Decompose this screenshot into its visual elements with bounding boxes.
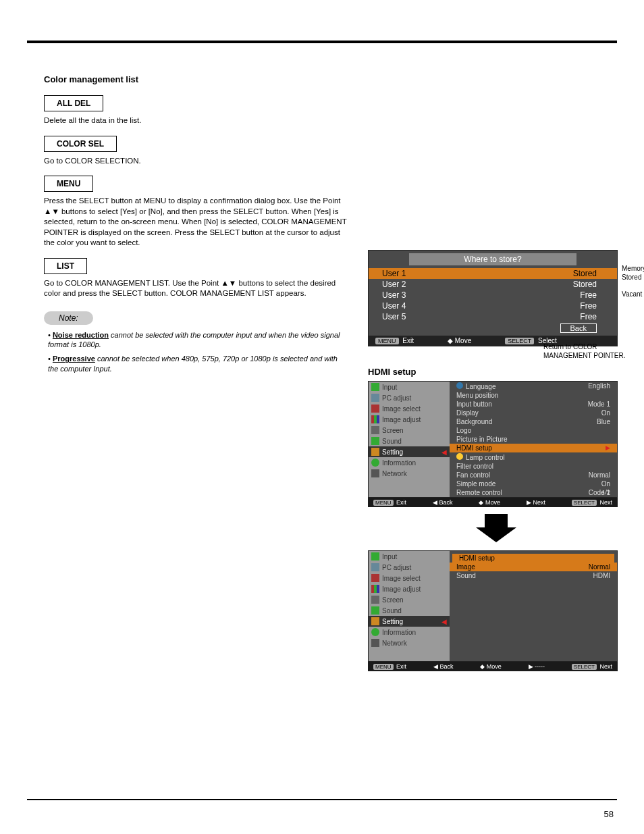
back-button[interactable]: Back bbox=[560, 323, 597, 333]
setting-sidebar-1: InputPC adjustImage selectImage adjustSc… bbox=[369, 382, 450, 497]
hdmi-value: HDMI bbox=[593, 572, 610, 579]
sidebar-item-image-adjust[interactable]: Image adjust bbox=[369, 414, 450, 425]
sidebar-item-information[interactable]: Information bbox=[369, 627, 450, 637]
sidebar-item-label: Image select bbox=[382, 405, 421, 413]
setting-row[interactable]: Input buttonMode 1 bbox=[450, 400, 617, 409]
sidebar-item-label: Network bbox=[382, 640, 407, 647]
row-icon bbox=[456, 382, 463, 389]
sidebar-item-label: Network bbox=[382, 470, 407, 477]
user-state: Stored bbox=[573, 269, 597, 278]
sidebar-item-screen[interactable]: Screen bbox=[369, 425, 450, 436]
user-name: User 3 bbox=[382, 290, 406, 300]
sidebar-item-image-select[interactable]: Image select bbox=[369, 403, 450, 414]
setting-main-2: HDMI setup ImageNormalSoundHDMI bbox=[450, 551, 617, 661]
note-2: • Progressive cannot be selected when 48… bbox=[48, 354, 348, 374]
hdmi-setup-header: HDMI setup bbox=[368, 367, 624, 377]
hdmi-value: Normal bbox=[589, 563, 610, 571]
sidebar-item-setting[interactable]: Setting◀ bbox=[369, 616, 450, 627]
user-name: User 4 bbox=[382, 301, 406, 311]
page-indicator: 1/2 bbox=[601, 489, 610, 496]
note1-lead: Noise reduction bbox=[53, 331, 109, 339]
setting-label: HDMI setup bbox=[456, 444, 492, 452]
setting-value: Blue bbox=[597, 418, 610, 425]
list-box: LIST bbox=[44, 258, 87, 274]
setting-label: Input button bbox=[456, 400, 492, 408]
menu-icon bbox=[371, 585, 379, 593]
user-row[interactable]: User 3Free bbox=[369, 290, 617, 301]
setting-row[interactable]: Simple modeOn bbox=[450, 479, 617, 488]
callout-back: Return to COLOR MANAGEMENT POINTER. bbox=[543, 343, 638, 360]
callout-vacant: Vacant bbox=[622, 290, 642, 299]
setting-row[interactable]: Lamp control bbox=[450, 452, 617, 462]
menu-icon bbox=[371, 563, 379, 571]
sidebar-item-input[interactable]: Input bbox=[369, 382, 450, 392]
setting-value: English bbox=[588, 382, 610, 390]
setting-value: On bbox=[601, 480, 610, 488]
sidebar-item-network[interactable]: Network bbox=[369, 637, 450, 648]
sidebar-item-label: Setting bbox=[382, 618, 403, 625]
menu-box: MENU bbox=[44, 176, 93, 192]
left-column: Color management list ALL DEL Delete all… bbox=[44, 74, 348, 378]
menu-icon bbox=[371, 383, 379, 391]
sidebar-item-sound[interactable]: Sound bbox=[369, 436, 450, 446]
all-del-text: Delete all the data in the list. bbox=[44, 115, 348, 126]
user-name: User 2 bbox=[382, 280, 406, 289]
setting-row[interactable]: Fan controlNormal bbox=[450, 471, 617, 479]
user-row[interactable]: User 2Stored bbox=[369, 279, 617, 290]
sidebar-item-pc-adjust[interactable]: PC adjust bbox=[369, 562, 450, 573]
sidebar-item-network[interactable]: Network bbox=[369, 468, 450, 479]
setting-row[interactable]: LanguageEnglish bbox=[450, 382, 617, 391]
top-rule bbox=[27, 41, 617, 43]
sidebar-item-label: Image select bbox=[382, 575, 421, 582]
menu-icon bbox=[371, 459, 379, 467]
down-arrow-icon bbox=[476, 514, 516, 544]
sidebar-item-label: Screen bbox=[382, 596, 404, 604]
setting-bar-2: MENU Exit ◀ Back ◆ Move ▶ ----- SELECT N… bbox=[368, 662, 618, 671]
setting-row[interactable]: Menu position bbox=[450, 391, 617, 400]
all-del-box: ALL DEL bbox=[44, 95, 103, 111]
list-text: Go to COLOR MANAGEMENT LIST. Use the Poi… bbox=[44, 278, 348, 299]
hdmi-label: Sound bbox=[456, 572, 476, 579]
setting-label: Remote control bbox=[456, 489, 502, 496]
sidebar-item-label: Screen bbox=[382, 427, 404, 434]
hdmi-row[interactable]: ImageNormal bbox=[450, 563, 617, 571]
sidebar-item-label: Image adjust bbox=[382, 585, 421, 593]
sidebar-item-screen[interactable]: Screen bbox=[369, 594, 450, 605]
exit-label: Exit bbox=[402, 337, 414, 344]
menu-tag: MENU bbox=[375, 338, 399, 344]
hdmi-row[interactable]: SoundHDMI bbox=[450, 571, 617, 580]
sidebar-item-information[interactable]: Information bbox=[369, 457, 450, 468]
menu-icon bbox=[371, 448, 379, 456]
setting-row[interactable]: Picture in Picture bbox=[450, 435, 617, 444]
caret-icon: ◀ bbox=[441, 618, 447, 625]
setting-row[interactable]: DisplayOn bbox=[450, 409, 617, 417]
menu-icon bbox=[371, 437, 379, 445]
setting-value: Normal bbox=[589, 471, 610, 479]
setting-sidebar-2: InputPC adjustImage selectImage adjustSc… bbox=[369, 551, 450, 661]
user-row[interactable]: User 5Free bbox=[369, 311, 617, 322]
user-row[interactable]: User 1Stored bbox=[369, 268, 617, 279]
setting-row[interactable]: HDMI setup▶ bbox=[450, 444, 617, 452]
caret-icon: ◀ bbox=[441, 448, 447, 456]
setting-row[interactable]: Filter control bbox=[450, 462, 617, 471]
setting-label: Lamp control bbox=[456, 453, 505, 461]
sidebar-item-input[interactable]: Input bbox=[369, 551, 450, 562]
sidebar-item-setting[interactable]: Setting◀ bbox=[369, 446, 450, 457]
sidebar-item-image-select[interactable]: Image select bbox=[369, 573, 450, 583]
sidebar-item-pc-adjust[interactable]: PC adjust bbox=[369, 392, 450, 403]
menu-icon bbox=[371, 596, 379, 604]
menu-icon bbox=[371, 415, 379, 423]
menu-icon bbox=[371, 394, 379, 402]
user-row[interactable]: User 4Free bbox=[369, 301, 617, 311]
move-label: ◆ Move bbox=[448, 337, 471, 344]
setting-row[interactable]: Remote controlCode 1 bbox=[450, 488, 617, 497]
user-name: User 5 bbox=[382, 312, 406, 321]
sidebar-item-sound[interactable]: Sound bbox=[369, 605, 450, 616]
setting-row[interactable]: BackgroundBlue bbox=[450, 417, 617, 426]
note-1: • Noise reduction cannot be selected wit… bbox=[48, 330, 348, 350]
note-label: Note: bbox=[44, 311, 93, 325]
sidebar-item-image-adjust[interactable]: Image adjust bbox=[369, 583, 450, 594]
setting-label: Simple mode bbox=[456, 480, 495, 488]
setting-row[interactable]: Logo bbox=[450, 426, 617, 435]
user-state: Free bbox=[580, 312, 597, 321]
